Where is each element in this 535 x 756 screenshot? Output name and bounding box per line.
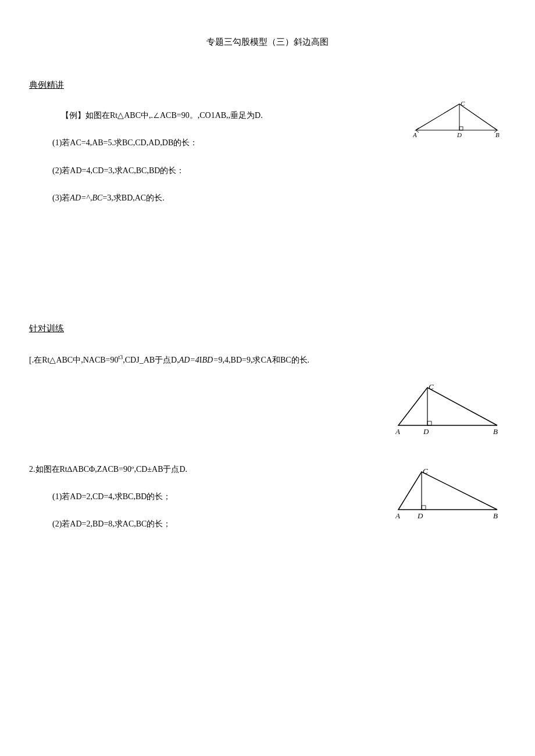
label-A: A [413,131,417,138]
p1-mid1: ,CDJ_AB于点D, [123,355,179,364]
example-q2: (2)若AD=4,CD=3,求AC,BC,BD的长： [52,164,506,177]
label-B: B [493,511,498,520]
label-B: B [495,131,500,138]
q3-var1: AD= [70,194,86,202]
section-practice: 针对训练 [.在Rt△ABC中,NACB=90t3,CDJ_AB于点D,AD=4… [29,321,506,562]
label-D: D [417,511,423,520]
q3-mid1: ^, [86,194,92,202]
figure-1: A B C D [413,101,500,136]
label-A: A [395,511,400,520]
svg-rect-2 [459,127,463,130]
q3-prefix: (3)若 [52,194,70,202]
label-B: B [493,427,498,436]
practice-problem-2: 2.如图在Rt∆ABCΦ,ZACB=90º,CD±AB于点D. (1)若AD=2… [29,463,506,562]
label-D: D [423,427,429,436]
figure-3: A B C D [395,469,500,518]
page-title: 专题三勾股模型（三）斜边高图 [29,35,506,49]
p1-mid2: 9,4,BD=9,求CA和BC的长. [219,355,309,364]
label-C: C [461,101,465,107]
label-D: D [456,131,462,138]
svg-marker-3 [398,388,497,425]
q3-var2: BC [92,194,103,202]
q3-mid2: =3,求BD,AC的长. [102,194,164,202]
triangle-diagram-3: A B C D [395,469,500,521]
triangle-diagram-1: A B C D [413,101,500,139]
label-C: C [429,385,434,391]
label-A: A [395,427,400,436]
practice-problem-1: [.在Rt△ABC中,NACB=90t3,CDJ_AB于点D,AD=4IBD=9… [29,353,506,452]
figure-2: A B C D [395,385,500,434]
section-examples: 典例精讲 【例】如图在Rt△ABC中,.∠ACB=90。,CO1AB,,垂足为D… [29,78,506,205]
p1-var1: AD=4 [179,355,199,364]
svg-marker-6 [398,472,497,510]
p1-var2: BD= [202,355,219,364]
svg-marker-0 [416,104,497,130]
example-q3: (3)若AD=^,BC=3,求BD,AC的长. [52,192,506,205]
svg-rect-5 [427,421,431,425]
p1-prefix: [.在Rt△ABC中,NACB=90 [29,355,118,364]
svg-rect-8 [422,506,426,510]
section-header-examples: 典例精讲 [29,78,506,92]
triangle-diagram-2: A B C D [395,385,500,437]
label-C: C [423,469,428,475]
section-header-practice: 针对训练 [29,321,506,335]
p1-text: [.在Rt△ABC中,NACB=90t3,CDJ_AB于点D,AD=4IBD=9… [29,353,506,367]
